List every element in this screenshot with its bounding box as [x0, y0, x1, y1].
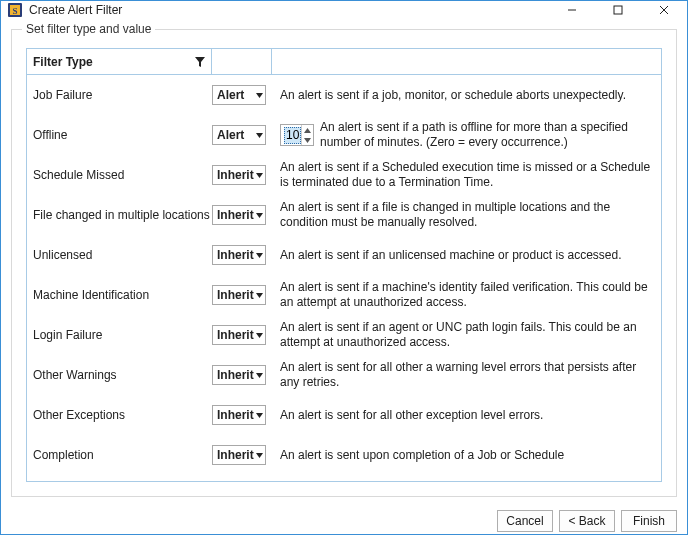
- back-button[interactable]: < Back: [559, 510, 615, 532]
- svg-marker-13: [256, 213, 263, 218]
- filter-type-cell: Schedule Missed: [27, 168, 212, 182]
- cancel-button[interactable]: Cancel: [497, 510, 553, 532]
- filter-type-cell: Offline: [27, 128, 212, 142]
- grid-row: File changed in multiple locationsInheri…: [27, 195, 661, 235]
- grid-row: Other WarningsInheritAn alert is sent fo…: [27, 355, 661, 395]
- filter-value-select[interactable]: Alert: [212, 125, 266, 145]
- filter-value-select[interactable]: Inherit: [212, 365, 266, 385]
- maximize-button[interactable]: [595, 1, 641, 19]
- filter-value-select[interactable]: Inherit: [212, 245, 266, 265]
- filter-type-cell: Login Failure: [27, 328, 212, 342]
- filter-value-cell: Inherit: [212, 445, 272, 465]
- grid-row: Login FailureInheritAn alert is sent if …: [27, 315, 661, 355]
- filter-value-select-label: Alert: [217, 128, 256, 142]
- svg-marker-19: [256, 453, 263, 458]
- grid-row: CompletionInheritAn alert is sent upon c…: [27, 435, 661, 475]
- svg-marker-14: [256, 253, 263, 258]
- back-button-label: < Back: [568, 514, 605, 528]
- filter-value-cell: Inherit: [212, 205, 272, 225]
- filter-description-cell: An alert is sent for all other a warning…: [272, 360, 661, 390]
- filter-description-cell: An alert is sent upon completion of a Jo…: [272, 448, 661, 463]
- filter-value-select-label: Inherit: [217, 368, 256, 382]
- chevron-down-icon: [256, 412, 263, 419]
- grid-header-row: Filter Type: [27, 49, 661, 75]
- filter-description-cell: An alert is sent if an unlicensed machin…: [272, 248, 661, 263]
- filter-value-select[interactable]: Inherit: [212, 165, 266, 185]
- svg-text:S: S: [12, 6, 17, 16]
- offline-minutes-value[interactable]: 10: [281, 125, 301, 145]
- dialog-footer: Cancel < Back Finish: [1, 507, 687, 534]
- filter-grid: Filter Type Job FailureAlert: [26, 48, 662, 482]
- filter-value-select-label: Inherit: [217, 328, 256, 342]
- filter-value-select-label: Inherit: [217, 448, 256, 462]
- filter-type-cell: Machine Identification: [27, 288, 212, 302]
- svg-marker-15: [256, 293, 263, 298]
- svg-marker-10: [304, 128, 311, 133]
- spinner-up-button[interactable]: [302, 125, 313, 135]
- chevron-down-icon: [256, 252, 263, 259]
- filter-value-cell: Inherit: [212, 245, 272, 265]
- filter-value-select[interactable]: Inherit: [212, 325, 266, 345]
- filter-value-cell: Inherit: [212, 405, 272, 425]
- filter-value-select[interactable]: Inherit: [212, 205, 266, 225]
- filter-value-cell: Inherit: [212, 285, 272, 305]
- window-title: Create Alert Filter: [29, 3, 549, 17]
- filter-description-cell: An alert is sent if a Scheduled executio…: [272, 160, 661, 190]
- filter-description-cell: 10An alert is sent if a path is offline …: [272, 120, 661, 150]
- filter-value-select-label: Alert: [217, 88, 256, 102]
- filter-type-cell: Other Warnings: [27, 368, 212, 382]
- filter-value-select-label: Inherit: [217, 288, 256, 302]
- filter-description-cell: An alert is sent if a job, monitor, or s…: [272, 88, 661, 103]
- grid-header-filter-type-label: Filter Type: [33, 55, 195, 69]
- filter-type-cell: File changed in multiple locations: [27, 208, 212, 222]
- window-controls: [549, 1, 687, 19]
- finish-button[interactable]: Finish: [621, 510, 677, 532]
- filter-value-cell: Alert: [212, 85, 272, 105]
- app-icon: S: [7, 2, 23, 18]
- client-area: Set filter type and value Filter Type: [1, 19, 687, 507]
- offline-minutes-spinner[interactable]: 10: [280, 124, 314, 146]
- grid-header-value[interactable]: [212, 49, 272, 75]
- filter-value-cell: Alert: [212, 125, 272, 145]
- chevron-down-icon: [256, 332, 263, 339]
- offline-minutes-wrap: 10An alert is sent if a path is offline …: [280, 120, 655, 150]
- grid-header-description[interactable]: [272, 49, 661, 75]
- finish-button-label: Finish: [633, 514, 665, 528]
- filter-value-select-label: Inherit: [217, 168, 256, 182]
- chevron-down-icon: [256, 292, 263, 299]
- grid-row: Other ExceptionsInheritAn alert is sent …: [27, 395, 661, 435]
- filter-value-cell: Inherit: [212, 325, 272, 345]
- dialog-window: S Create Alert Filter Set filter type an…: [0, 0, 688, 535]
- close-button[interactable]: [641, 1, 687, 19]
- chevron-down-icon: [256, 212, 263, 219]
- filter-value-select[interactable]: Alert: [212, 85, 266, 105]
- groupbox-legend: Set filter type and value: [22, 22, 155, 36]
- filter-value-select[interactable]: Inherit: [212, 285, 266, 305]
- spinner-down-button[interactable]: [302, 135, 313, 145]
- grid-row: Job FailureAlertAn alert is sent if a jo…: [27, 75, 661, 115]
- svg-rect-4: [614, 6, 622, 14]
- filter-type-cell: Other Exceptions: [27, 408, 212, 422]
- filter-value-select-label: Inherit: [217, 248, 256, 262]
- filter-description-cell: An alert is sent if a file is changed in…: [272, 200, 661, 230]
- cancel-button-label: Cancel: [506, 514, 543, 528]
- chevron-down-icon: [256, 172, 263, 179]
- grid-row: OfflineAlert10An alert is sent if a path…: [27, 115, 661, 155]
- chevron-down-icon: [256, 372, 263, 379]
- grid-row: Machine IdentificationInheritAn alert is…: [27, 275, 661, 315]
- minimize-button[interactable]: [549, 1, 595, 19]
- svg-marker-11: [304, 138, 311, 143]
- svg-marker-16: [256, 333, 263, 338]
- filter-description-cell: An alert is sent if an agent or UNC path…: [272, 320, 661, 350]
- filter-type-cell: Unlicensed: [27, 248, 212, 262]
- filter-value-select-label: Inherit: [217, 408, 256, 422]
- filter-value-select[interactable]: Inherit: [212, 445, 266, 465]
- chevron-down-icon: [256, 92, 263, 99]
- grid-header-filter-type[interactable]: Filter Type: [27, 49, 212, 75]
- filter-description-cell: An alert is sent if a machine's identity…: [272, 280, 661, 310]
- svg-marker-17: [256, 373, 263, 378]
- chevron-down-icon: [256, 452, 263, 459]
- grid-row: Schedule MissedInheritAn alert is sent i…: [27, 155, 661, 195]
- filter-value-select[interactable]: Inherit: [212, 405, 266, 425]
- filter-icon[interactable]: [195, 57, 205, 67]
